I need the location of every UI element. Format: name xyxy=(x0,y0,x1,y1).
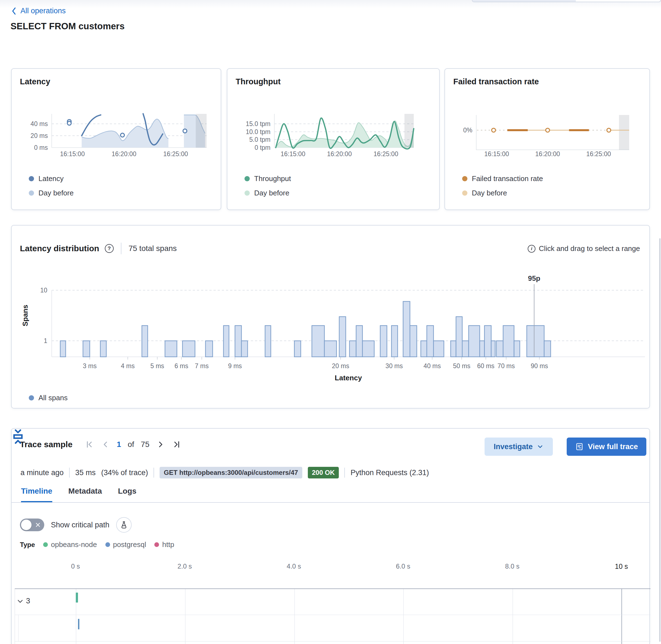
range-select-hint: i Click and drag to select a range xyxy=(528,244,640,253)
trace-meta-row: a minute ago 35 ms (34% of trace) GET ht… xyxy=(20,467,429,479)
svg-text:20 ms: 20 ms xyxy=(30,132,48,139)
toggle-knob xyxy=(21,520,31,530)
legend-dot-icon xyxy=(154,542,159,547)
header-divider xyxy=(121,243,122,254)
legend-item[interactable]: Throughput xyxy=(244,175,291,183)
waterfall-row-span[interactable] xyxy=(15,615,651,642)
meta-separator xyxy=(154,468,154,478)
timeline-fold-icon[interactable] xyxy=(12,429,24,445)
legend-item[interactable]: Latency xyxy=(29,175,64,183)
legend-label: Day before xyxy=(472,189,507,197)
tab-logs[interactable]: Logs xyxy=(118,487,136,503)
tab-timeline[interactable]: Timeline xyxy=(21,487,52,503)
svg-text:16:25:00: 16:25:00 xyxy=(373,151,398,158)
back-link[interactable]: All operations xyxy=(11,7,66,15)
request-url-badge[interactable]: GET http://opbeans:3000/api/customers/47 xyxy=(159,467,302,479)
svg-text:15.0 tpm: 15.0 tpm xyxy=(246,120,271,128)
svg-text:5 ms: 5 ms xyxy=(151,362,164,370)
tab-metadata[interactable]: Metadata xyxy=(68,487,102,503)
help-icon[interactable]: ? xyxy=(105,244,114,253)
legend-dot-icon xyxy=(29,190,34,196)
span-duration-bar[interactable] xyxy=(78,619,80,629)
waterfall-row-transaction[interactable]: 3 xyxy=(15,589,651,615)
first-page-icon[interactable] xyxy=(85,440,94,449)
beaker-icon xyxy=(120,521,128,529)
svg-text:5.0 tpm: 5.0 tpm xyxy=(249,136,270,143)
view-full-trace-button[interactable]: View full trace xyxy=(567,438,646,456)
svg-text:16:20:00: 16:20:00 xyxy=(112,151,137,158)
legend-dot-icon xyxy=(29,395,34,400)
document-icon xyxy=(575,442,584,451)
type-legend-label: Type xyxy=(20,541,35,549)
svg-text:16:25:00: 16:25:00 xyxy=(163,151,188,158)
legend-label: Throughput xyxy=(254,175,291,183)
trace-pagination: 1 of 75 xyxy=(85,440,181,449)
svg-text:Latency: Latency xyxy=(335,374,362,382)
legend-dot-icon xyxy=(29,176,34,181)
legend-item[interactable]: Day before xyxy=(29,189,73,197)
trace-tabs: TimelineMetadataLogs xyxy=(21,487,136,503)
of-label: of xyxy=(128,440,134,449)
svg-text:40 ms: 40 ms xyxy=(30,120,48,128)
last-page-icon[interactable] xyxy=(172,440,181,449)
type-legend: Type opbeans-nodepostgresqlhttp xyxy=(20,540,174,549)
trace-duration: 35 ms xyxy=(75,468,96,477)
prev-page-icon[interactable] xyxy=(101,440,110,449)
failed-rate-card: Failed transaction rate 0%16:15:0016:20:… xyxy=(444,68,650,210)
tech-preview-badge[interactable] xyxy=(116,517,132,533)
investigate-button[interactable]: Investigate xyxy=(485,438,553,456)
type-legend-item[interactable]: opbeans-node xyxy=(43,540,97,549)
svg-text:Spans: Spans xyxy=(21,305,29,326)
ruler-tick-label: 0 s xyxy=(56,562,95,570)
type-legend-items: opbeans-nodepostgresqlhttp xyxy=(43,540,174,549)
svg-text:95p: 95p xyxy=(528,274,541,282)
type-legend-item[interactable]: postgresql xyxy=(105,540,146,549)
svg-text:4 ms: 4 ms xyxy=(121,362,135,370)
status-badge: 200 OK xyxy=(308,467,339,479)
legend-item[interactable]: Day before xyxy=(244,189,289,197)
type-legend-item[interactable]: http xyxy=(154,540,174,549)
time-range-control-fill xyxy=(472,0,576,2)
critical-path-toggle[interactable] xyxy=(20,519,44,531)
next-page-icon[interactable] xyxy=(156,440,166,449)
svg-text:50 ms: 50 ms xyxy=(453,362,470,370)
svg-text:16:20:00: 16:20:00 xyxy=(327,151,352,158)
all-spans-legend-item[interactable]: All spans xyxy=(29,394,68,402)
legend-label: Latency xyxy=(39,175,64,183)
legend-label: postgresql xyxy=(113,540,146,549)
svg-text:30 ms: 30 ms xyxy=(385,362,403,370)
indent-guide xyxy=(18,615,19,641)
page-scrollbar[interactable] xyxy=(659,238,660,642)
svg-text:16:15:00: 16:15:00 xyxy=(60,151,85,158)
svg-text:9 ms: 9 ms xyxy=(228,362,242,370)
svg-text:16:20:00: 16:20:00 xyxy=(535,151,560,158)
legend-dot-icon xyxy=(105,542,110,547)
transaction-duration-bar[interactable] xyxy=(76,593,78,602)
svg-text:20 ms: 20 ms xyxy=(332,362,349,370)
svg-text:70 ms: 70 ms xyxy=(498,362,515,370)
legend-item[interactable]: Failed transaction rate xyxy=(462,175,543,183)
svg-text:16:25:00: 16:25:00 xyxy=(586,151,611,158)
chevron-down-icon xyxy=(17,598,24,605)
legend-dot-icon xyxy=(244,190,250,196)
legend-dot-icon xyxy=(462,176,467,181)
chevron-down-icon xyxy=(536,443,544,450)
accordion-toggle[interactable]: 3 xyxy=(17,597,30,605)
ruler-tick-label: 4.0 s xyxy=(274,562,313,570)
trace-age: a minute ago xyxy=(20,468,64,477)
legend-item[interactable]: Day before xyxy=(462,189,507,197)
trace-sample-title: Trace sample xyxy=(20,440,72,449)
critical-path-row: Show critical path xyxy=(20,517,132,533)
svg-text:10.0 tpm: 10.0 tpm xyxy=(246,128,271,135)
ruler-tick-label: 8.0 s xyxy=(493,562,532,570)
time-range-control-partial[interactable] xyxy=(472,0,661,2)
page-title: SELECT FROM customers xyxy=(10,21,125,31)
tabs-underline xyxy=(12,502,649,503)
current-page: 1 xyxy=(117,440,121,449)
trace-waterfall[interactable]: 3 xyxy=(15,589,651,644)
svg-text:7 ms: 7 ms xyxy=(195,362,209,370)
latency-distribution-title: Latency distribution xyxy=(20,244,99,253)
legend-label: Failed transaction rate xyxy=(472,175,543,183)
latency-card: Latency 0 ms20 ms40 ms16:15:0016:20:0016… xyxy=(11,68,221,210)
legend-label: All spans xyxy=(39,394,68,402)
